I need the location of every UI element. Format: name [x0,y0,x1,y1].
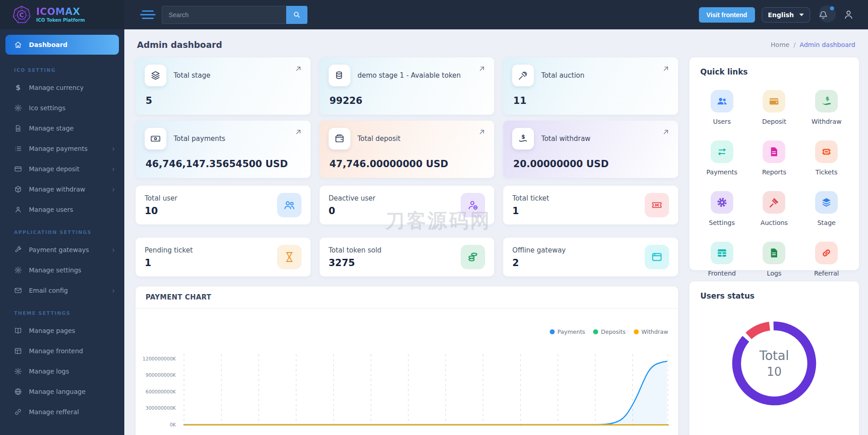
chevron-down-icon [799,14,804,16]
layout-icon [14,347,22,355]
layers-icon [150,70,161,81]
legend-withdraw[interactable]: Withdraw [634,328,668,335]
sidebar-item-label: Manage logs [29,368,69,375]
dollar-icon: $ [14,83,22,92]
breadcrumb-home-link[interactable]: Home [771,41,789,48]
person-icon [14,206,22,214]
sidebar-item-manage-deposit[interactable]: Manage deposit [0,159,124,179]
sidebar-item-label: Manage refferal [29,408,79,416]
quick-link-payments[interactable]: Payments [696,135,748,181]
language-select[interactable]: English [762,7,810,23]
sidebar-item-manage-refferal[interactable]: Manage refferal [0,402,124,422]
open-link-arrow-icon[interactable] [662,128,670,136]
coins-icon [334,70,345,81]
quick-link-label: Referral [814,270,839,277]
brand-subtitle: ICO Token Platform [36,18,85,23]
quick-link-deposit[interactable]: Deposit [748,84,801,131]
stat-label: Deactive user [329,194,376,202]
coins-icon [467,251,479,263]
quick-link-users[interactable]: Users [696,84,748,131]
brand-logo[interactable]: C ICOMAX ICO Token Platform [0,0,124,29]
users-status-panel: Users status Total 10 [689,281,859,435]
sidebar-item-label: Dashboard [29,41,67,48]
gear-icon [14,367,22,375]
stat-value: 20.00000000 USD [513,159,669,169]
gavel-icon [518,70,528,81]
y-tick: 600000000K [146,388,176,395]
stat-label: Total token sold [329,246,382,254]
sidebar-item-manage-payments[interactable]: Manage payments [0,138,124,159]
stat-value: 2 [512,257,566,268]
quick-link-settings[interactable]: Settings [696,186,748,232]
sidebar-item-label: Ico settings [29,104,66,112]
quick-link-referral[interactable]: Referral [800,236,853,282]
page-header: Admin dashboard Home / Admin dashboard [137,40,855,50]
gavel-icon [768,196,780,208]
profile-button[interactable] [843,9,855,21]
sidebar-item-manage-logs[interactable]: Manage logs [0,361,124,381]
legend-dot-payments [550,329,555,334]
breadcrumb: Home / Admin dashboard [771,41,855,48]
quick-link-label: Reports [762,168,787,176]
search-button[interactable] [286,6,307,24]
users-icon [283,199,296,211]
quick-links-title: Quick links [689,57,859,79]
stat-card-total-withdraw: $ Total withdraw 20.00000000 USD [503,121,678,178]
line-chart: 1200000000K 900000000K 600000000K 300000… [136,351,678,432]
notifications-button[interactable] [817,5,836,24]
grid-icon [716,247,728,259]
chart-title: PAYMENT CHART [146,293,211,301]
sidebar-item-manage-frontend[interactable]: Manage frontend [0,341,124,361]
legend-payments[interactable]: Payments [550,328,585,335]
stat-value: 10 [145,206,178,216]
quick-link-auctions[interactable]: Auctions [748,186,801,232]
sidebar-item-label: Manage withdraw [29,186,85,193]
stat-card-total-deposit: Total deposit 47,746.00000000 USD [320,121,495,178]
sidebar-item-manage-pages[interactable]: Manage pages [0,320,124,341]
quick-link-label: Logs [767,270,781,277]
sidebar-item-dashboard[interactable]: Dashboard [5,35,119,55]
page-title: Admin dashboard [137,40,222,50]
chain-link-icon [821,247,832,259]
quick-link-withdraw[interactable]: $ Withdraw [800,84,853,131]
y-tick: 0K [170,421,176,428]
stat-value: 3275 [329,257,382,268]
quick-link-stage[interactable]: Stage [800,186,853,232]
sidebar-item-email-config[interactable]: Email config [0,280,124,300]
stat-value: 47,746.00000000 USD [330,159,486,169]
sidebar-item-manage-settings[interactable]: Manage settings [0,260,124,280]
menu-toggle-icon[interactable] [140,10,156,19]
quick-link-frontend[interactable]: Frontend [696,236,748,282]
visit-frontend-button[interactable]: Visit frontend [699,7,755,23]
sidebar-item-manage-currency[interactable]: $ Manage currency [0,77,124,98]
legend-deposits[interactable]: Deposits [593,328,625,335]
gear-icon [14,104,22,112]
sidebar-item-ico-settings[interactable]: Ico settings [0,98,124,118]
sidebar-item-manage-language[interactable]: Manage language [0,381,124,402]
sidebar-item-payment-gateways[interactable]: Payment gateways [0,239,124,260]
sidebar-item-manage-withdraw[interactable]: Manage withdraw [0,179,124,199]
quick-link-tickets[interactable]: Tickets [800,135,853,181]
layers-icon [821,196,832,208]
open-link-arrow-icon[interactable] [294,128,302,136]
stat-card-total-user: Total user 10 [136,186,311,225]
users-status-donut-chart: Total 10 [726,315,823,412]
quick-link-label: Users [713,118,731,125]
open-link-arrow-icon[interactable] [478,65,486,73]
y-tick: 900000000K [146,372,176,378]
quick-link-reports[interactable]: Reports [748,135,801,181]
svg-text:$: $ [826,95,829,102]
sidebar-item-label: Manage currency [29,84,84,91]
person-icon [843,9,854,20]
open-link-arrow-icon[interactable] [662,65,670,73]
open-link-arrow-icon[interactable] [478,128,486,136]
sidebar-item-manage-users[interactable]: Manage users [0,199,124,220]
search-input[interactable] [162,6,286,24]
quick-link-label: Payments [707,168,738,176]
sidebar-item-manage-stage[interactable]: Manage stage [0,118,124,138]
right-column: Quick links Users Deposit $ Withdraw [689,57,859,435]
quick-link-logs[interactable]: Logs [748,236,801,282]
stat-card-total-auction: Total auction 11 [503,57,678,115]
open-link-arrow-icon[interactable] [294,65,302,73]
icomax-logo-icon: C [12,5,32,25]
